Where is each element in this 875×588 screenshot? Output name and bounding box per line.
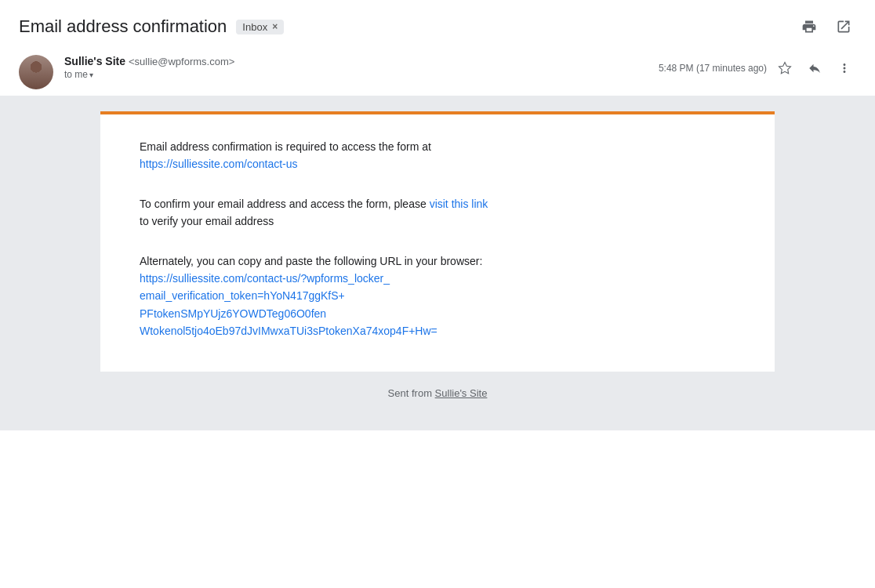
to-me-label: to me [64, 69, 88, 80]
sender-row: Sullie's Site <sullie@wpforms.com> to me… [0, 49, 875, 96]
form-link[interactable]: https://sulliessite.com/contact-us [140, 158, 298, 170]
avatar-image [19, 55, 53, 89]
star-icon [778, 61, 792, 75]
open-new-window-button[interactable] [831, 14, 856, 39]
email-line3: Alternately, you can copy and paste the … [140, 255, 482, 267]
email-paragraph-3: Alternately, you can copy and paste the … [140, 252, 735, 340]
to-me-line: to me ▾ [64, 69, 648, 80]
sender-actions: 5:48 PM (17 minutes ago) [659, 56, 856, 80]
footer-site-link[interactable]: Sullie's Site [435, 387, 488, 399]
sender-name-line: Sullie's Site <sullie@wpforms.com> [64, 55, 648, 67]
verify-url-link[interactable]: https://sulliessite.com/contact-us/?wpfo… [140, 272, 438, 337]
print-icon [801, 19, 817, 34]
more-options-button[interactable] [833, 56, 856, 80]
footer-text: Sent from [388, 387, 432, 399]
email-subject-title: Email address confirmation [19, 16, 227, 37]
sender-email: <sullie@wpforms.com> [129, 56, 234, 67]
reply-button[interactable] [803, 56, 826, 80]
sender-name: Sullie's Site [64, 55, 125, 67]
sender-avatar [19, 55, 53, 89]
more-options-icon [837, 61, 851, 75]
inbox-close-button[interactable]: × [272, 21, 278, 32]
email-line1: Email address confirmation is required t… [140, 140, 431, 153]
visit-link[interactable]: visit this link [430, 198, 488, 210]
email-footer: Sent from Sullie's Site [47, 372, 828, 415]
print-button[interactable] [797, 14, 822, 39]
email-timestamp: 5:48 PM (17 minutes ago) [659, 63, 767, 74]
reply-icon [808, 61, 822, 75]
email-header: Email address confirmation Inbox × [0, 0, 875, 49]
email-title-area: Email address confirmation Inbox × [19, 16, 284, 37]
email-container: Email address confirmation Inbox × [0, 0, 875, 588]
email-paragraph-2: To confirm your email address and access… [140, 195, 735, 230]
open-new-window-icon [836, 19, 851, 34]
email-line2-suffix: verify your email address [152, 215, 274, 227]
header-icons [797, 14, 856, 39]
email-content-card: Email address confirmation is required t… [100, 111, 775, 372]
inbox-label: Inbox [242, 21, 267, 33]
email-body-wrapper: Email address confirmation is required t… [0, 96, 875, 430]
email-line2-to: to [140, 215, 152, 227]
inbox-badge: Inbox × [236, 20, 284, 34]
sender-info: Sullie's Site <sullie@wpforms.com> to me… [64, 55, 648, 80]
email-paragraph-1: Email address confirmation is required t… [140, 138, 735, 173]
to-me-chevron-icon[interactable]: ▾ [89, 71, 93, 79]
email-line2-prefix: To confirm your email address and access… [140, 198, 427, 210]
star-button[interactable] [773, 56, 797, 80]
